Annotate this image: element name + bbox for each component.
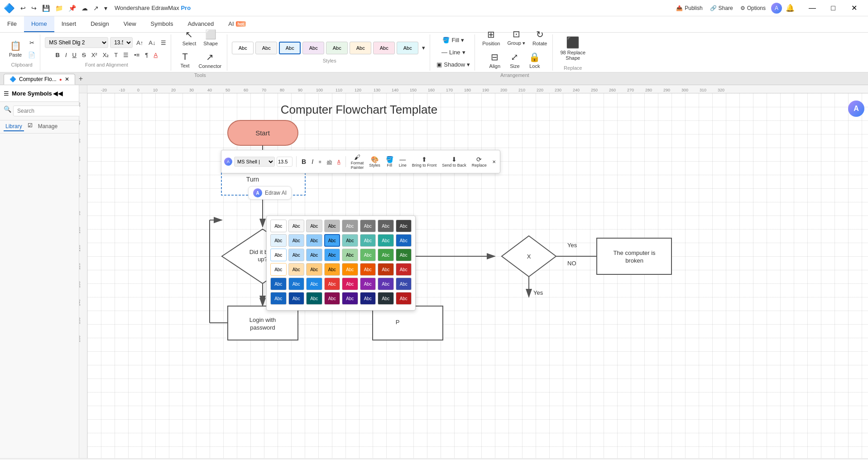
lock-button[interactable]: 🔒 Lock: [526, 50, 544, 71]
sp-2-5[interactable]: Abc: [342, 234, 358, 247]
strikethrough-btn[interactable]: S: [80, 50, 88, 60]
sp-3-5[interactable]: Abc: [342, 249, 358, 261]
list-btn[interactable]: ☰: [121, 50, 130, 60]
sp-1-8[interactable]: Abc: [396, 220, 412, 232]
cloud-button[interactable]: ☁: [80, 3, 90, 14]
ctx-line-btn[interactable]: — Line: [398, 154, 408, 169]
ctx-send-back-btn[interactable]: ⬇ Send to Back: [441, 154, 468, 169]
bullet-btn[interactable]: •≡: [132, 50, 141, 60]
open-button[interactable]: 📁: [53, 3, 65, 14]
fill-button[interactable]: 🪣 Fill ▾: [441, 35, 466, 45]
sp-4-1[interactable]: Abc: [270, 263, 287, 276]
library-tab[interactable]: Library: [4, 122, 24, 131]
sp-2-2[interactable]: Abc: [288, 234, 305, 247]
font-color-btn[interactable]: A: [152, 50, 159, 60]
sp-1-5[interactable]: Abc: [342, 220, 358, 232]
canvas-scroll[interactable]: Computer Flowchart Template Start Turn D…: [87, 93, 868, 458]
ai-canvas-icon[interactable]: A: [848, 101, 864, 117]
manage-tab[interactable]: Manage: [36, 122, 59, 131]
ctx-font-size[interactable]: [277, 157, 293, 167]
increase-font-btn[interactable]: A↑: [134, 38, 145, 48]
shape-button[interactable]: ⬜ Shape: [201, 27, 221, 48]
edraw-ai-bubble[interactable]: A Edraw AI: [248, 186, 292, 200]
bold-btn[interactable]: B: [54, 50, 62, 60]
superscript-btn[interactable]: X²: [90, 50, 99, 60]
style-swatch-2[interactable]: Abc: [255, 42, 277, 54]
sp-4-4[interactable]: Abc: [324, 263, 340, 276]
paste-button[interactable]: 📋 Paste: [6, 38, 24, 59]
style-swatch-7[interactable]: Abc: [373, 42, 395, 54]
undo-button[interactable]: ↩: [19, 3, 28, 14]
sp-6-7[interactable]: Abc: [378, 292, 394, 305]
style-swatch-4[interactable]: Abc: [302, 42, 324, 54]
sp-5-3[interactable]: Abc: [306, 278, 322, 290]
sp-4-8[interactable]: Abc: [396, 263, 412, 276]
sp-6-6[interactable]: Abc: [360, 292, 376, 305]
sp-2-6[interactable]: Abc: [360, 234, 376, 247]
text-size-btn[interactable]: T: [112, 50, 120, 60]
ctx-styles-btn[interactable]: 🎨 Styles: [368, 154, 382, 169]
ctx-fill-btn[interactable]: 🪣 Fill: [384, 154, 395, 169]
text-button[interactable]: T Text: [176, 50, 194, 70]
position-button[interactable]: ⊞ Position: [480, 27, 503, 48]
style-swatch-3[interactable]: Abc: [279, 42, 301, 54]
sp-2-7[interactable]: Abc: [378, 234, 394, 247]
sp-4-6[interactable]: Abc: [360, 263, 376, 276]
ctx-format-painter-btn[interactable]: 🖌 Format Painter: [350, 152, 365, 171]
options-button[interactable]: ⚙ Options: [739, 3, 767, 13]
sp-1-7[interactable]: Abc: [378, 220, 394, 232]
close-button[interactable]: ✕: [844, 1, 864, 15]
font-size-select[interactable]: 13.5: [110, 37, 133, 48]
copy-button[interactable]: 📄: [26, 50, 37, 60]
menu-file[interactable]: File: [0, 16, 24, 32]
sp-6-4[interactable]: Abc: [324, 292, 340, 305]
size-button[interactable]: ⤢ Size: [506, 50, 524, 71]
rotate-button[interactable]: ↻ Rotate: [530, 27, 550, 48]
sp-5-5[interactable]: Abc: [342, 278, 358, 290]
publish-button[interactable]: 📤 Publish: [674, 3, 704, 13]
ctx-align-btn[interactable]: ≡: [317, 158, 323, 166]
sp-4-2[interactable]: Abc: [288, 263, 305, 276]
menu-symbols[interactable]: Symbols: [144, 16, 181, 32]
sp-6-1[interactable]: Abc: [270, 292, 287, 305]
sp-5-7[interactable]: Abc: [378, 278, 394, 290]
minimize-button[interactable]: —: [802, 1, 823, 15]
italic-btn[interactable]: I: [63, 50, 69, 60]
style-swatch-5[interactable]: Abc: [326, 42, 348, 54]
sp-5-4[interactable]: Abc: [324, 278, 340, 290]
sp-2-4[interactable]: Abc: [324, 234, 340, 247]
sp-1-1[interactable]: Abc: [270, 220, 287, 232]
sp-4-3[interactable]: Abc: [306, 263, 322, 276]
sp-6-5[interactable]: Abc: [342, 292, 358, 305]
sp-1-2[interactable]: Abc: [288, 220, 305, 232]
more-button[interactable]: ▾: [102, 3, 109, 14]
underline-btn[interactable]: U: [71, 50, 78, 60]
sp-5-1[interactable]: Abc: [270, 278, 287, 290]
sp-4-7[interactable]: Abc: [378, 263, 394, 276]
search-input[interactable]: [13, 105, 89, 116]
add-tab-button[interactable]: +: [75, 73, 86, 85]
subscript-btn[interactable]: X₂: [101, 50, 111, 60]
sp-2-1[interactable]: Abc: [270, 234, 287, 247]
select-button[interactable]: ↖ Select: [180, 27, 199, 48]
notification-icon[interactable]: 🔔: [786, 4, 795, 12]
sp-3-3[interactable]: Abc: [306, 249, 322, 261]
sp-3-6[interactable]: Abc: [360, 249, 376, 261]
cut-button[interactable]: ✂: [26, 38, 37, 48]
styles-more-btn[interactable]: ▾: [420, 43, 427, 53]
sp-3-2[interactable]: Abc: [288, 249, 305, 261]
group-button[interactable]: ⊡ Group ▾: [504, 27, 528, 48]
decrease-font-btn[interactable]: A↓: [147, 38, 157, 48]
user-avatar[interactable]: A: [771, 3, 782, 14]
share-out-button[interactable]: ↗: [91, 3, 101, 14]
sp-1-6[interactable]: Abc: [360, 220, 376, 232]
connector-button[interactable]: ↗ Connector: [196, 50, 224, 71]
sp-6-3[interactable]: Abc: [306, 292, 322, 305]
ctx-font-select[interactable]: MS Shell |: [234, 157, 275, 167]
ctx-fontcolor-btn[interactable]: A: [336, 158, 342, 166]
tab-computer-flo[interactable]: 🔷 Computer Flo... ● ✕: [4, 74, 75, 85]
sp-3-4[interactable]: Abc: [324, 249, 340, 261]
sp-5-2[interactable]: Abc: [288, 278, 305, 290]
sp-3-7[interactable]: Abc: [378, 249, 394, 261]
sp-3-8[interactable]: Abc: [396, 249, 412, 261]
